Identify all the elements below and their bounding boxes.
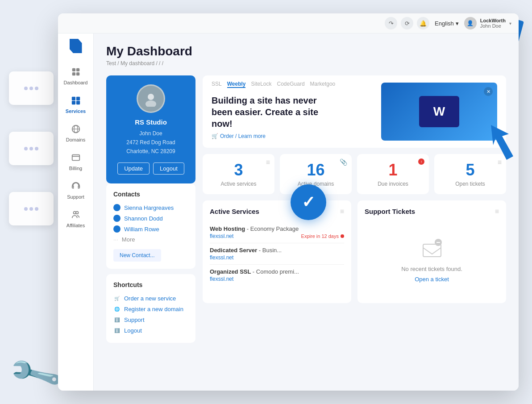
cart-icon: 🛒 xyxy=(113,295,121,302)
person-icon: 👤 xyxy=(113,215,121,222)
topbar-icons: ↷ ⟳ 🔔 xyxy=(385,17,429,29)
wrench-icon: 🔧 xyxy=(6,345,66,403)
svg-rect-5 xyxy=(71,97,75,100)
promo-banner: SSL Weebly SiteLock CodeGuard Marketgoo … xyxy=(203,75,506,148)
promo-tab-codeguard[interactable]: CodeGuard xyxy=(277,81,305,88)
sidebar-item-affiliates[interactable]: Affiliates xyxy=(60,205,92,232)
promo-tab-ssl[interactable]: SSL xyxy=(212,81,222,88)
shortcuts-section: Shortcuts 🛒 Order a new service 🌐 Regist… xyxy=(106,274,195,343)
cart-icon: 🛒 xyxy=(212,133,218,139)
user-menu[interactable]: 👤 LockWorth John Doe ▾ xyxy=(464,17,511,29)
contact-item[interactable]: 👤 Shannon Dodd xyxy=(113,213,188,224)
service-name: Organized SSL - Comodo premi... xyxy=(210,268,344,275)
left-column: RS Studio John Doe 2472 Red Dog Road Cha… xyxy=(106,75,195,343)
promo-link[interactable]: 🛒 Order / Learn more xyxy=(212,133,328,139)
open-ticket-link[interactable]: Open a ticket xyxy=(415,276,449,283)
shortcut-support[interactable]: ℹ️ Support xyxy=(113,314,188,325)
more-contacts-link[interactable]: ··· More xyxy=(113,234,188,245)
svg-marker-0 xyxy=(491,125,513,160)
empty-inbox-icon xyxy=(419,235,445,262)
top-bar: ↷ ⟳ 🔔 English ▾ 👤 LockWorth John Doe ▾ xyxy=(58,13,519,33)
user-name-block: LockWorth John Doe xyxy=(480,18,506,29)
stat-active-services: ≡ 3 Active services xyxy=(203,154,274,194)
app-logo[interactable] xyxy=(67,37,85,55)
new-contact-button[interactable]: New Contact... xyxy=(113,249,161,262)
sidebar-item-domains[interactable]: Domains xyxy=(60,119,92,146)
sidebar-item-support[interactable]: Support xyxy=(60,176,92,203)
user-company: LockWorth xyxy=(480,18,506,23)
contact-item[interactable]: 👤 William Rowe xyxy=(113,224,188,234)
update-button[interactable]: Update xyxy=(117,162,150,175)
decorative-panels xyxy=(9,71,54,225)
profile-company: RS Studio xyxy=(113,118,188,126)
empty-tickets: No recent tickets found. Open a ticket xyxy=(365,222,499,296)
svg-rect-3 xyxy=(72,72,75,75)
forward-icon[interactable]: ↷ xyxy=(385,17,397,29)
success-circle: ✓ xyxy=(291,184,326,220)
bottom-row: Active Services ≡ Web Hosting - Economy … xyxy=(203,200,506,303)
affiliates-icon xyxy=(70,208,82,221)
svg-rect-4 xyxy=(76,72,79,75)
svg-rect-1 xyxy=(72,68,75,71)
menu-icon[interactable]: ≡ xyxy=(495,208,499,216)
promo-monitor: W xyxy=(419,96,459,127)
svg-rect-12 xyxy=(72,155,79,161)
shortcut-order-service[interactable]: 🛒 Order a new service xyxy=(113,293,188,304)
sidebar-item-dashboard[interactable]: Dashboard xyxy=(60,62,92,89)
promo-tab-sitelock[interactable]: SiteLock xyxy=(251,81,271,88)
success-overlay: ✓ xyxy=(291,184,326,220)
service-url: flexssl.net xyxy=(210,254,344,261)
menu-icon[interactable]: ≡ xyxy=(266,158,270,167)
billing-icon xyxy=(70,151,82,164)
service-item[interactable]: Dedicated Server - Busin... flexssl.net xyxy=(210,243,344,265)
svg-point-16 xyxy=(148,94,154,100)
logout-button[interactable]: Logout xyxy=(153,162,184,175)
floating-panel-3 xyxy=(9,192,54,225)
stat-label: Open tickets xyxy=(441,181,499,187)
dashboard-icon xyxy=(70,66,82,78)
promo-tabs: SSL Weebly SiteLock CodeGuard Marketgoo xyxy=(212,81,335,88)
stat-number: 5 xyxy=(441,161,499,179)
svg-rect-6 xyxy=(76,97,79,100)
contact-item[interactable]: 👤 Sienna Hargreaves xyxy=(113,202,188,213)
language-selector[interactable]: English ▾ xyxy=(435,20,459,27)
expire-dot xyxy=(341,234,344,238)
stat-number: 1 xyxy=(364,161,422,179)
language-label: English xyxy=(435,20,454,27)
promo-tab-weebly[interactable]: Weebly xyxy=(227,81,246,88)
stats-row: ≡ 3 Active services 📎 16 Active domains … xyxy=(203,154,506,194)
close-icon[interactable]: ✕ xyxy=(484,87,493,96)
menu-icon[interactable]: ≡ xyxy=(340,208,344,216)
sidebar-item-label: Support xyxy=(67,194,84,200)
service-item[interactable]: Organized SSL - Comodo premi... flexssl.… xyxy=(210,265,344,286)
page-content: My Dashboard Test / My dashboard / / / xyxy=(94,33,519,391)
promo-image: W ✕ xyxy=(381,83,497,141)
service-url: flexssl.net xyxy=(210,233,233,239)
shortcuts-title: Shortcuts xyxy=(113,281,188,288)
services-icon xyxy=(70,94,82,107)
logout-icon: ℹ️ xyxy=(113,327,121,334)
stat-label: Due invoices xyxy=(364,181,422,187)
shortcut-register-domain[interactable]: 🌐 Register a new domain xyxy=(113,304,188,314)
stat-due-invoices: ! 1 Due invoices xyxy=(357,154,429,194)
breadcrumb: Test / My dashboard / / / xyxy=(106,60,506,67)
contacts-title: Contacts xyxy=(113,191,188,198)
person-icon: 👤 xyxy=(113,204,121,211)
sidebar-item-billing[interactable]: Billing xyxy=(60,148,92,175)
service-item[interactable]: Web Hosting - Economy Package flexssl.ne… xyxy=(210,222,344,243)
contact-name: Sienna Hargreaves xyxy=(124,204,174,211)
sidebar-item-services[interactable]: Services xyxy=(60,91,92,117)
domains-icon xyxy=(70,123,82,135)
stat-number: 3 xyxy=(210,161,267,179)
shortcut-logout[interactable]: ℹ️ Logout xyxy=(113,325,188,336)
chevron-down-icon: ▾ xyxy=(509,21,511,26)
sidebar-item-label: Dashboard xyxy=(64,80,88,85)
main-area: Dashboard Services Domains Billing xyxy=(58,33,519,391)
promo-text: Building a site has never been easier. C… xyxy=(212,95,328,139)
promo-tab-marketgoo[interactable]: Marketgoo xyxy=(310,81,336,88)
stat-label: Active services xyxy=(210,181,267,187)
bell-icon[interactable]: 🔔 xyxy=(417,17,429,29)
browser-window: ↷ ⟳ 🔔 English ▾ 👤 LockWorth John Doe ▾ xyxy=(58,13,519,391)
refresh-icon[interactable]: ⟳ xyxy=(401,17,413,29)
support-icon xyxy=(70,180,82,192)
